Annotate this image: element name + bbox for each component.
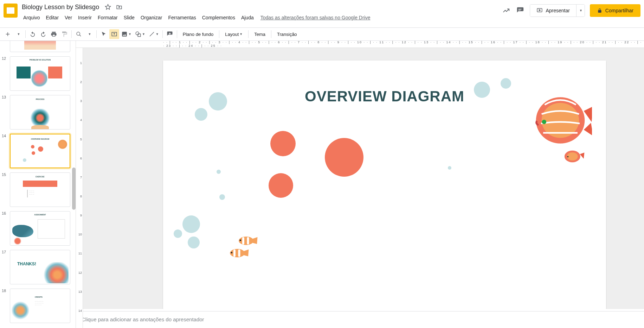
bubble-decoration[interactable] [474,82,490,98]
svg-point-15 [567,152,578,160]
svg-point-8 [136,32,139,35]
move-folder-icon[interactable] [115,3,123,11]
bubble-decoration[interactable] [501,78,511,89]
image-tool[interactable]: ▼ [120,29,133,39]
undo-button[interactable] [28,29,38,39]
comments-icon[interactable] [516,6,525,15]
star-icon[interactable] [104,3,112,11]
slide-number: 13 [2,95,6,99]
slides-logo[interactable] [4,4,18,18]
bubble-decoration[interactable] [195,108,207,121]
svg-rect-1 [519,9,522,9]
slide-number: 16 [2,211,6,215]
share-button[interactable]: Compartilhar [590,4,640,17]
document-title[interactable]: Biology Lesson by Slidesgo [20,3,101,12]
menu-complementos[interactable]: Complementos [199,13,238,22]
background-button[interactable]: Plano de fundo [179,29,217,39]
bubble-decoration[interactable] [188,236,200,248]
canvas-viewport[interactable]: OVERVIEW DIAGRAM [76,48,644,309]
svg-point-17 [239,236,253,245]
slide-thumb-18[interactable]: 18 CREDITS — — — — —— — — — —— — — — [2,289,75,323]
diagram-circle[interactable] [325,138,363,177]
line-tool[interactable]: ▼ [147,29,160,39]
menu-arquivo[interactable]: Arquivo [20,13,43,22]
svg-marker-0 [105,5,111,10]
slide-thumb-16[interactable]: 16 ASSIGNMENT [2,211,75,246]
bubble-decoration[interactable] [174,229,182,238]
filmstrip-scrollbar[interactable] [72,168,76,210]
menu-formatar[interactable]: Formatar [95,13,121,22]
slide-thumb-14[interactable]: 14 OVERVIEW DIAGRAM [2,134,75,168]
save-status[interactable]: Todas as alterações foram salvas no Goog… [260,15,371,20]
bubble-decoration[interactable] [217,170,221,174]
title-area: Biology Lesson by Slidesgo Arquivo Edita… [20,2,502,23]
speaker-notes[interactable]: Clique para adicionar as anotações do ap… [76,311,644,328]
new-slide-button[interactable] [3,29,13,39]
textbox-tool[interactable] [109,29,119,39]
zoom-dropdown[interactable]: ▼ [84,29,94,39]
svg-rect-9 [138,34,141,37]
menu-editar[interactable]: Editar [43,13,62,22]
select-tool[interactable] [99,29,109,39]
clownfish-illustration[interactable] [228,247,249,259]
slide-number: 18 [2,289,6,293]
bubble-decoration[interactable] [182,215,200,233]
layout-button[interactable]: Layout▼ [221,29,246,39]
canvas-area: · · | · · 1 · · | · · 2 · · | · · 3 · · … [76,41,644,328]
slide-canvas[interactable]: OVERVIEW DIAGRAM [163,61,606,309]
menu-organizar[interactable]: Organizar [138,13,165,22]
slide-thumb-12[interactable]: 12 PROBLEM VS SOLUTION [2,56,75,91]
svg-point-13 [542,120,546,124]
menu-slide[interactable]: Slide [121,13,137,22]
svg-line-6 [79,35,81,36]
bubble-decoration[interactable] [209,92,227,111]
bubble-decoration[interactable] [448,166,451,170]
zoom-button[interactable] [74,29,84,39]
transition-button[interactable]: Transição [273,29,301,39]
fish-illustration[interactable] [529,92,592,149]
toolbar: ▼ ▼ ▼ ▼ ▼ Plano de fundo Layout▼ Tema Tr… [0,27,644,41]
svg-line-10 [150,32,154,36]
slide-thumb-15[interactable]: 15 EXERCISE — — —— — —— — — [2,172,75,207]
bubble-decoration[interactable] [219,194,225,200]
svg-rect-18 [242,237,244,245]
menu-ferramentas[interactable]: Ferramentas [165,13,199,22]
svg-point-24 [231,252,233,253]
clownfish-illustration[interactable] [237,235,258,247]
slide-number: 12 [2,56,6,61]
svg-point-5 [77,32,80,35]
menu-ver[interactable]: Ver [62,13,75,22]
slide-thumb-11[interactable] [2,41,75,52]
menu-ajuda[interactable]: Ajuda [238,13,257,22]
present-button[interactable]: Apresentar [530,5,576,17]
svg-rect-23 [238,250,240,257]
theme-button[interactable]: Tema [251,29,269,39]
present-label: Apresentar [546,8,569,13]
present-group: Apresentar ▼ [530,4,585,17]
chevron-down-icon: ▼ [239,32,243,36]
diagram-circle[interactable] [270,131,296,156]
shape-tool[interactable]: ▼ [134,29,147,39]
paint-format-button[interactable] [59,29,69,39]
menu-bar: Arquivo Editar Ver Inserir Formatar Slid… [20,13,502,23]
present-dropdown[interactable]: ▼ [576,5,585,17]
lock-icon [597,8,603,13]
slide-number: 15 [2,172,6,177]
new-slide-dropdown[interactable]: ▼ [13,29,23,39]
menu-inserir[interactable]: Inserir [75,13,95,22]
svg-rect-2 [519,10,521,10]
svg-point-20 [240,239,242,241]
header-actions: Apresentar ▼ Compartilhar [502,4,640,17]
svg-point-21 [230,249,245,257]
activity-icon[interactable] [502,6,511,15]
slide-thumb-13[interactable]: 13 PROCESS [2,95,75,130]
add-comment-button[interactable] [165,29,175,39]
slide-number: 14 [2,134,6,138]
filmstrip[interactable]: 12 PROBLEM VS SOLUTION 13 PROCESS 14 OVE… [0,41,76,328]
horizontal-ruler[interactable]: · · | · · 1 · · | · · 2 · · | · · 3 · · … [76,41,644,48]
slide-thumb-17[interactable]: 17 THANKS! [2,250,75,284]
redo-button[interactable] [38,29,48,39]
diagram-circle[interactable] [269,173,293,198]
fish-illustration-small[interactable] [562,149,585,164]
print-button[interactable] [49,29,59,39]
